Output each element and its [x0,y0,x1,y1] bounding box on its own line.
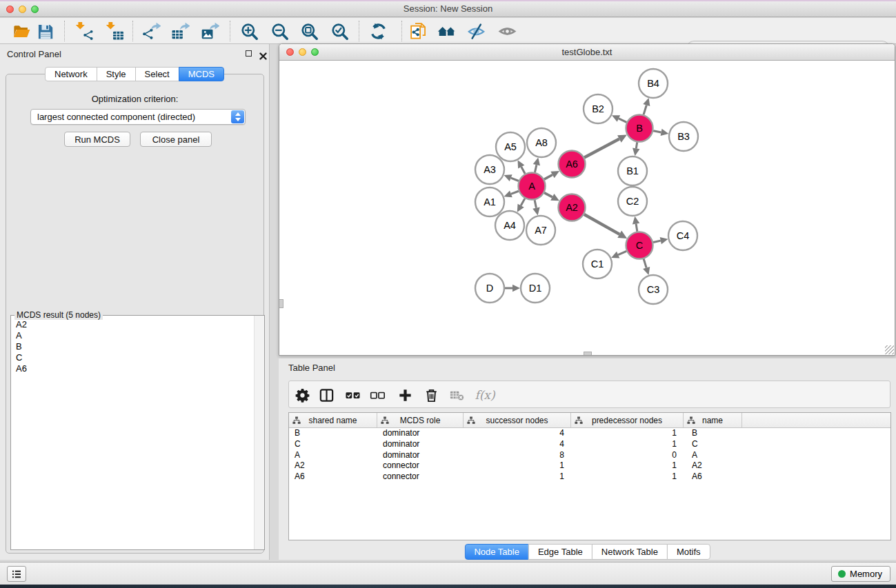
vertical-scroll-handle[interactable] [279,299,283,308]
graph-edge-B-B1[interactable] [636,142,637,148]
table-settings-button[interactable] [292,386,312,404]
graph-node-A6[interactable]: A6 [559,151,586,178]
graph-edge-C-C3[interactable] [644,259,646,268]
minimize-network-window-button[interactable] [299,48,306,56]
result-item-a2[interactable]: A2 [16,319,253,330]
zoom-selected-button[interactable] [328,21,351,41]
optimization-criterion-dropdown[interactable]: largest connected component (directed) [30,109,246,125]
close-network-window-button[interactable] [286,48,294,56]
table-row-a[interactable]: Adominator80A [289,450,890,461]
graph-node-C1[interactable]: C1 [583,250,612,278]
graph-edge-A-A1[interactable] [511,191,519,194]
zoom-network-window-button[interactable] [311,48,319,56]
graph-node-D[interactable]: D [475,274,504,303]
home-view-button[interactable] [435,21,458,41]
table-row-c[interactable]: Cdominator41C [289,439,890,450]
deselect-all-rows-button[interactable] [367,386,388,404]
run-mcds-button[interactable]: Run MCDS [64,132,130,147]
graph-node-A3[interactable]: A3 [475,155,504,184]
network-window-titlebar[interactable]: testGlobe.txt [279,44,895,61]
graph-edge-A-A4[interactable] [521,199,525,205]
open-session-button[interactable] [9,21,32,41]
result-item-a[interactable]: A [16,330,253,341]
graph-edge-A-A2[interactable] [544,193,552,197]
minimize-window-button[interactable] [19,6,26,13]
export-table-button[interactable] [168,21,192,41]
memory-button[interactable]: Memory [831,566,890,582]
result-item-a6[interactable]: A6 [16,363,253,374]
graph-node-A5[interactable]: A5 [496,132,525,161]
zoom-in-button[interactable] [237,21,261,41]
graph-node-C3[interactable]: C3 [639,275,668,304]
graph-node-B4[interactable]: B4 [639,69,668,98]
delete-table-button[interactable] [446,386,467,404]
zoom-fit-button[interactable] [297,21,321,41]
close-panel-button[interactable]: Close panel [140,132,212,147]
network-from-file-button[interactable] [406,21,430,41]
column-header-shared-name[interactable]: shared name [289,413,377,427]
close-window-button[interactable] [6,6,14,13]
resize-grip-icon[interactable] [885,345,894,354]
graph-edge-C-C4[interactable] [653,241,661,242]
graph-edge-A2-C[interactable] [584,214,619,234]
select-all-rows-button[interactable] [342,386,363,404]
graph-edge-A-A3[interactable] [511,178,519,181]
graph-edge-B-B3[interactable] [653,131,661,132]
graph-edge-A-A5[interactable] [521,167,525,174]
graph-node-B1[interactable]: B1 [618,156,647,185]
table-row-a6[interactable]: A6connector11A6 [289,472,890,483]
graph-node-B3[interactable]: B3 [669,122,698,151]
graph-edge-A-A6[interactable] [544,174,552,179]
graph-node-C4[interactable]: C4 [668,221,697,250]
save-session-button[interactable] [33,21,57,41]
graph-edge-A-A8[interactable] [535,165,536,172]
graph-node-A7[interactable]: A7 [526,216,555,245]
add-column-button[interactable] [395,386,415,404]
tab-edge-table[interactable]: Edge Table [528,544,593,560]
graph-node-B[interactable]: B [626,115,653,142]
tab-mcds[interactable]: MCDS [179,67,224,81]
column-header-name[interactable]: name [684,413,742,427]
tab-motifs[interactable]: Motifs [667,544,710,560]
graph-node-A8[interactable]: A8 [527,128,556,157]
table-row-a2[interactable]: A2connector11A2 [289,460,890,472]
column-header-predecessor-nodes[interactable]: predecessor nodes [571,413,684,427]
zoom-out-button[interactable] [268,21,291,41]
graph-node-C2[interactable]: C2 [618,187,647,216]
graph-edge-A-A7[interactable] [535,200,536,208]
horizontal-scroll-handle[interactable] [584,352,592,355]
graph-edge-B-B4[interactable] [644,105,646,115]
close-panel-icon[interactable] [259,50,267,58]
tab-network[interactable]: Network [45,67,97,81]
graph-node-D1[interactable]: D1 [521,274,550,303]
result-item-b[interactable]: B [16,341,253,352]
graph-node-A4[interactable]: A4 [495,211,524,240]
graph-node-C[interactable]: C [626,232,653,259]
graph-node-B2[interactable]: B2 [584,94,613,123]
import-network-button[interactable] [72,21,96,41]
column-header-successor-nodes[interactable]: successor nodes [464,413,571,427]
column-header-mcds-role[interactable]: MCDS role [377,413,464,427]
tab-select[interactable]: Select [135,67,179,81]
graph-node-A1[interactable]: A1 [475,187,504,216]
graph-edge-B-B2[interactable] [619,119,627,122]
graph-edge-C-C2[interactable] [636,224,637,232]
tab-style[interactable]: Style [97,67,136,81]
network-canvas[interactable]: AA1A2A3A4A5A6A7A8BB1B2B3B4CC1C2C3C4DD1 [279,61,895,355]
delete-column-button[interactable] [421,386,441,404]
function-builder-button[interactable]: f(x) [471,386,499,404]
import-table-button[interactable] [103,21,126,41]
graph-node-A2[interactable]: A2 [559,194,586,221]
show-columns-button[interactable] [316,386,337,404]
tab-network-table[interactable]: Network Table [592,544,668,560]
task-history-button[interactable] [7,566,26,582]
graph-edge-A6-B[interactable] [584,139,619,157]
result-scrollbar[interactable] [254,316,264,549]
refresh-button[interactable] [366,21,390,41]
show-all-button[interactable] [495,21,519,41]
export-image-button[interactable] [198,21,221,41]
result-item-c[interactable]: C [16,352,253,363]
tab-node-table[interactable]: Node Table [464,544,529,560]
graph-node-A[interactable]: A [519,173,546,200]
hide-selected-button[interactable] [464,21,488,41]
